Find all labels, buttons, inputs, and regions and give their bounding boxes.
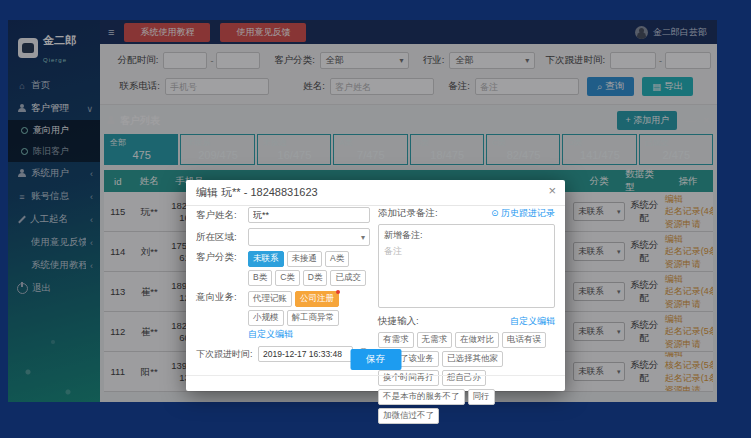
quick-custom-edit-link[interactable]: 自定义编辑	[510, 315, 555, 328]
history-icon: ⊙	[491, 208, 499, 218]
region-select[interactable]: ▾	[248, 228, 370, 246]
class-option[interactable]: C类	[275, 270, 300, 286]
quick-input-label: 快捷输入:	[378, 315, 419, 328]
next-time-input[interactable]	[258, 346, 353, 362]
quick-option[interactable]: 无需求	[417, 332, 453, 348]
class-option[interactable]: A类	[325, 251, 349, 267]
biz-option[interactable]: 公司注册	[295, 291, 339, 307]
modal-left-column: 客户姓名: 所在区域: ▾ 客户分类: 未联系未接通A类B类C类D类已成交 意向…	[196, 207, 370, 367]
modal-title: 编辑 玩** - 18248831623	[186, 180, 565, 206]
quick-option[interactable]: 电话有误	[502, 332, 546, 348]
note-placeholder: 备注	[384, 245, 549, 258]
modal-footer-divider	[186, 375, 565, 376]
quick-option[interactable]: 想自己办	[442, 370, 486, 386]
quick-option[interactable]: 有需求	[378, 332, 414, 348]
customer-name-input[interactable]	[248, 207, 370, 223]
quick-option[interactable]: 同行	[468, 389, 495, 405]
region-label: 所在区域:	[196, 231, 248, 244]
note-textarea[interactable]: 新增备注: 备注	[378, 224, 555, 308]
quick-option[interactable]: 换个时间再打	[378, 370, 439, 386]
page-background: 金二郎 Qierge ⌂首页客户管理∨意向用户陈旧客户系统用户‹≡账号信息‹人工…	[0, 0, 751, 438]
add-note-label: 添加记录备注:	[378, 207, 438, 220]
biz-label: 意向业务:	[196, 291, 248, 304]
class-option[interactable]: 未联系	[248, 251, 284, 267]
quick-option[interactable]: 已选择其他家	[442, 351, 503, 367]
quick-option[interactable]: 在做对比	[455, 332, 499, 348]
edit-customer-modal: 编辑 玩** - 18248831623 × 客户姓名: 所在区域: ▾ 客户分…	[186, 180, 565, 391]
biz-option[interactable]: 代理记账	[248, 291, 292, 307]
class-option[interactable]: D类	[303, 270, 328, 286]
history-link[interactable]: ⊙ 历史跟进记录	[491, 207, 555, 220]
class-options: 未联系未接通A类B类C类D类已成交	[248, 251, 370, 286]
biz-custom-edit-link[interactable]: 自定义编辑	[248, 328, 370, 341]
next-time-label: 下次跟进时间:	[196, 348, 258, 361]
biz-options: 代理记账公司注册小规模解工商异常	[248, 291, 370, 326]
biz-option[interactable]: 小规模	[248, 310, 284, 326]
quick-option[interactable]: 加微信过不了	[378, 408, 439, 424]
quick-option[interactable]: 不是本市的服务不了	[378, 389, 465, 405]
note-title: 新增备注:	[384, 229, 549, 242]
close-icon[interactable]: ×	[548, 183, 556, 198]
class-label: 客户分类:	[196, 251, 248, 264]
customer-name-label: 客户姓名:	[196, 209, 248, 222]
caret-down-icon: ▾	[361, 233, 365, 242]
save-button[interactable]: 保存	[350, 349, 401, 370]
quick-options: 有需求无需求在做对比电话有误做不了该业务已选择其他家换个时间再打想自己办不是本市…	[378, 332, 555, 424]
class-option[interactable]: B类	[248, 270, 272, 286]
modal-right-column: 添加记录备注: ⊙ 历史跟进记录 新增备注: 备注 快捷输入: 自定义编辑 有需…	[378, 207, 555, 424]
class-option[interactable]: 已成交	[330, 270, 366, 286]
class-option[interactable]: 未接通	[287, 251, 323, 267]
biz-option[interactable]: 解工商异常	[287, 310, 340, 326]
